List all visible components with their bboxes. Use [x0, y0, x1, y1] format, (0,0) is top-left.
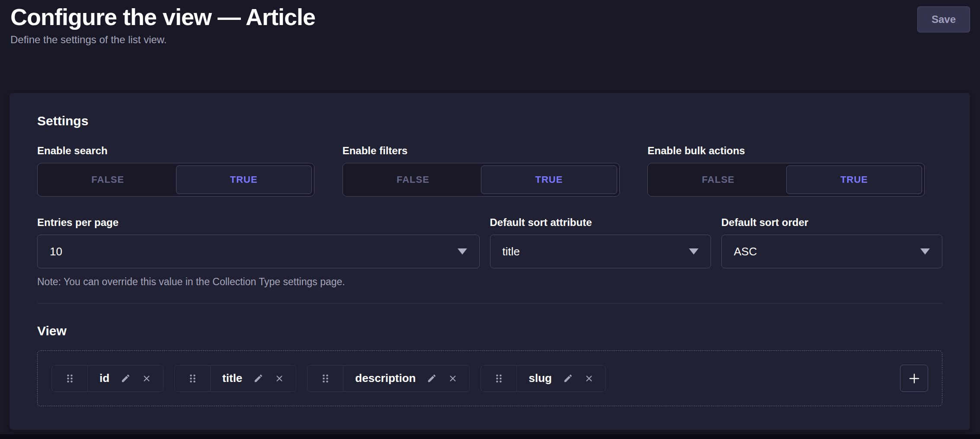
- field-chip-slug: slug: [480, 365, 605, 392]
- toggle-fields-row: Enable search FALSE TRUE Enable filters …: [37, 145, 942, 197]
- settings-card: Settings Enable search FALSE TRUE Enable…: [10, 93, 970, 430]
- chevron-down-icon: [689, 248, 698, 254]
- remove-icon: [142, 374, 151, 383]
- select-fields-row: Entries per page 10 Note: You can overri…: [37, 216, 942, 288]
- settings-section-heading: Settings: [37, 114, 942, 128]
- entries-per-page-hint: Note: You can override this value in the…: [37, 276, 480, 288]
- view-fields-dropzone: id title: [37, 350, 942, 406]
- chip-label: description: [355, 372, 416, 385]
- toggle-option-true[interactable]: TRUE: [481, 165, 617, 194]
- chip-label: slug: [528, 372, 551, 385]
- select-value: title: [503, 245, 520, 258]
- field-enable-bulk-actions: Enable bulk actions FALSE TRUE: [647, 145, 942, 197]
- default-sort-order-select[interactable]: ASC: [721, 235, 942, 268]
- page-title: Configure the view — Article: [10, 3, 970, 30]
- chevron-down-icon: [920, 248, 930, 254]
- drag-handle-icon: [495, 373, 503, 384]
- field-enable-filters: Enable filters FALSE TRUE: [343, 145, 637, 197]
- section-divider: [37, 303, 942, 304]
- field-chip-title: title: [174, 365, 296, 392]
- default-sort-attribute-select[interactable]: title: [490, 235, 711, 268]
- toggle-option-false[interactable]: FALSE: [40, 165, 176, 194]
- remove-icon: [275, 374, 284, 383]
- drag-handle-icon: [189, 373, 196, 384]
- field-label: Enable filters: [343, 145, 637, 157]
- edit-field-button[interactable]: [563, 373, 573, 383]
- toggle-option-true[interactable]: TRUE: [176, 165, 312, 194]
- remove-icon: [584, 374, 594, 383]
- remove-icon: [448, 374, 458, 383]
- enable-bulk-actions-toggle: FALSE TRUE: [647, 163, 925, 197]
- toggle-option-false[interactable]: FALSE: [650, 165, 786, 194]
- drag-handle[interactable]: [175, 366, 211, 391]
- enable-filters-toggle: FALSE TRUE: [343, 163, 620, 197]
- toggle-option-true[interactable]: TRUE: [786, 165, 922, 194]
- field-label: Enable search: [37, 145, 332, 157]
- field-label: Default sort order: [721, 216, 942, 229]
- edit-field-button[interactable]: [253, 373, 263, 383]
- page-header: Configure the view — Article Define the …: [10, 3, 970, 46]
- chip-body: id: [88, 366, 163, 391]
- remove-field-button[interactable]: [584, 374, 594, 383]
- field-enable-search: Enable search FALSE TRUE: [37, 145, 332, 197]
- chip-body: description: [343, 366, 469, 391]
- drag-handle-icon: [66, 373, 74, 384]
- field-label: Default sort attribute: [490, 216, 711, 229]
- chip-label: title: [222, 372, 242, 385]
- enable-search-toggle: FALSE TRUE: [37, 163, 314, 197]
- field-label: Entries per page: [37, 216, 480, 229]
- select-value: 10: [50, 245, 62, 258]
- drag-handle-icon: [322, 373, 329, 384]
- edit-pencil-icon: [427, 373, 437, 383]
- field-chip-id: id: [51, 365, 163, 392]
- edit-pencil-icon: [121, 373, 131, 383]
- save-button[interactable]: Save: [917, 6, 970, 32]
- field-default-sort-order: Default sort order ASC: [721, 216, 942, 288]
- field-label: Enable bulk actions: [647, 145, 942, 157]
- toggle-option-false[interactable]: FALSE: [345, 165, 481, 194]
- remove-field-button[interactable]: [275, 374, 284, 383]
- drag-handle[interactable]: [52, 366, 88, 391]
- edit-pencil-icon: [563, 373, 573, 383]
- field-default-sort-attribute: Default sort attribute title: [490, 216, 711, 288]
- add-field-button[interactable]: [900, 365, 928, 392]
- edit-field-button[interactable]: [427, 373, 437, 383]
- remove-field-button[interactable]: [448, 374, 458, 383]
- remove-field-button[interactable]: [142, 374, 151, 383]
- drag-handle[interactable]: [481, 366, 517, 391]
- edit-pencil-icon: [253, 373, 263, 383]
- chip-label: id: [99, 372, 109, 385]
- field-chip-description: description: [307, 365, 470, 392]
- plus-icon: [907, 372, 921, 385]
- entries-per-page-select[interactable]: 10: [37, 235, 480, 268]
- chip-body: slug: [517, 366, 605, 391]
- edit-field-button[interactable]: [121, 373, 131, 383]
- field-entries-per-page: Entries per page 10 Note: You can overri…: [37, 216, 480, 288]
- drag-handle[interactable]: [307, 366, 343, 391]
- chip-body: title: [211, 366, 296, 391]
- window-bottom-edge: [0, 434, 980, 439]
- chevron-down-icon: [458, 248, 467, 254]
- select-value: ASC: [734, 245, 757, 258]
- page-subtitle: Define the settings of the list view.: [10, 34, 970, 46]
- view-section-heading: View: [37, 324, 942, 338]
